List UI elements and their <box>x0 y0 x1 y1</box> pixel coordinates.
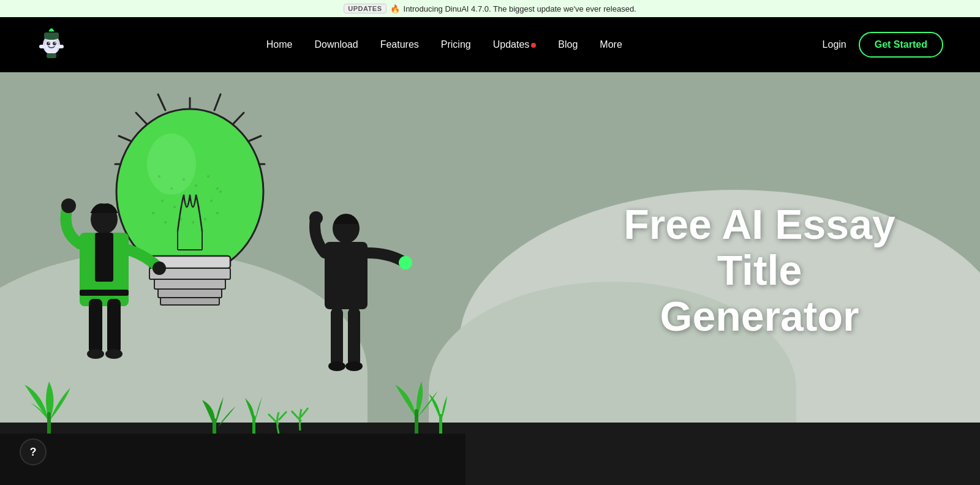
nav-item-home[interactable]: Home <box>266 39 293 50</box>
hero-illustration <box>0 72 466 485</box>
svg-point-41 <box>186 203 188 205</box>
svg-rect-27 <box>154 279 225 289</box>
hero-text: Free AI Essay Title Generator <box>588 201 931 339</box>
nav-item-pricing[interactable]: Pricing <box>441 39 471 50</box>
svg-point-5 <box>48 42 50 43</box>
svg-rect-55 <box>89 299 102 354</box>
svg-point-37 <box>207 175 209 178</box>
svg-line-16 <box>233 113 244 124</box>
svg-rect-63 <box>331 308 343 366</box>
nav-actions: Login Get Started <box>823 32 943 58</box>
svg-line-17 <box>136 113 147 124</box>
announcement-tag: UPDATES <box>344 4 386 13</box>
svg-point-50 <box>216 212 219 214</box>
svg-rect-74 <box>0 434 466 485</box>
svg-rect-54 <box>80 290 129 296</box>
svg-rect-53 <box>95 233 113 282</box>
nav-item-updates[interactable]: Updates <box>493 39 537 50</box>
svg-point-68 <box>399 256 412 269</box>
logo[interactable] <box>37 28 66 62</box>
get-started-button[interactable]: Get Started <box>859 32 943 58</box>
svg-point-43 <box>210 200 213 202</box>
svg-point-58 <box>105 349 123 359</box>
nav-links: Home Download Features Pricing Updates B… <box>266 39 622 50</box>
help-button[interactable]: ? <box>20 438 47 465</box>
svg-point-47 <box>179 218 182 220</box>
svg-point-66 <box>345 361 363 371</box>
svg-rect-56 <box>107 299 121 354</box>
login-button[interactable]: Login <box>823 39 846 50</box>
nav-item-download[interactable]: Download <box>315 39 358 50</box>
svg-point-39 <box>161 200 164 202</box>
svg-point-35 <box>183 178 185 181</box>
logo-icon <box>37 28 66 62</box>
svg-point-67 <box>309 211 323 225</box>
svg-point-42 <box>198 206 200 208</box>
svg-rect-28 <box>158 289 222 298</box>
svg-point-6 <box>55 42 56 43</box>
svg-point-9 <box>50 28 53 32</box>
svg-point-44 <box>219 190 222 193</box>
svg-point-34 <box>170 187 173 190</box>
updates-dot <box>531 43 536 48</box>
svg-rect-62 <box>325 242 368 309</box>
svg-point-60 <box>153 261 166 275</box>
svg-point-48 <box>192 221 194 224</box>
svg-rect-12 <box>47 53 56 58</box>
announcement-emoji: 🔥 <box>390 4 400 13</box>
svg-point-36 <box>195 184 197 187</box>
announcement-text: Introducing DinuAI 4.7.0. The biggest up… <box>404 4 636 13</box>
svg-point-38 <box>216 187 219 190</box>
svg-point-4 <box>53 42 56 45</box>
svg-point-23 <box>147 133 196 195</box>
svg-rect-29 <box>160 298 219 305</box>
hero-title: Free AI Essay Title Generator <box>588 201 931 339</box>
nav-item-features[interactable]: Features <box>380 39 419 50</box>
svg-point-57 <box>87 349 104 359</box>
svg-point-40 <box>173 206 176 208</box>
svg-line-14 <box>214 94 221 110</box>
svg-rect-8 <box>44 32 59 39</box>
svg-point-65 <box>328 361 345 371</box>
svg-line-15 <box>158 94 165 110</box>
svg-point-46 <box>164 221 167 224</box>
hero-section: Free AI Essay Title Generator <box>0 72 980 485</box>
svg-rect-2 <box>45 40 58 53</box>
svg-point-59 <box>61 198 76 213</box>
svg-point-49 <box>204 218 206 220</box>
nav-item-blog[interactable]: Blog <box>558 39 578 50</box>
svg-point-3 <box>47 42 50 45</box>
announcement-bar: UPDATES 🔥 Introducing DinuAI 4.7.0. The … <box>0 0 980 17</box>
navigation: Home Download Features Pricing Updates B… <box>0 17 980 72</box>
svg-point-33 <box>158 175 160 178</box>
svg-rect-64 <box>348 308 360 366</box>
svg-rect-11 <box>58 45 64 48</box>
svg-point-45 <box>152 212 154 214</box>
nav-item-more[interactable]: More <box>600 39 622 50</box>
svg-rect-10 <box>39 45 45 48</box>
